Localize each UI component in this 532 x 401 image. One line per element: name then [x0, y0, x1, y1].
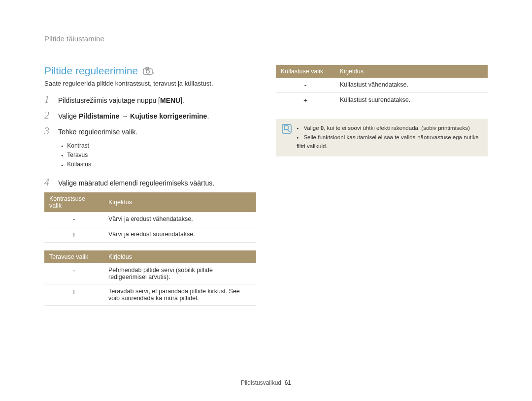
table-header-row: Teravuse valik Kirjeldus — [44, 250, 256, 263]
bullet-item: Teravus — [61, 151, 256, 160]
table-option: - — [276, 78, 335, 93]
note-item: Valige 0, kui te ei soovi ühtki efekti r… — [297, 124, 482, 132]
step-4: 4 Valige määratud elemendi reguleerimise… — [44, 177, 256, 188]
table-row: - Värvi ja eredust vähendatakse. — [44, 212, 256, 227]
table-option: + — [276, 93, 335, 108]
step-3: 3 Tehke reguleerimise valik. — [44, 125, 256, 137]
step-number: 2 — [44, 110, 52, 121]
table-row: + Värvi ja eredust suurendatakse. — [44, 227, 256, 242]
table-header-row: Küllastuse valik Kirjeldus — [276, 65, 488, 78]
option-bullets: Kontrast Teravus Küllastus — [61, 141, 256, 170]
table-header: Kirjeldus — [335, 65, 488, 78]
bullet-item: Kontrast — [61, 141, 256, 151]
svg-rect-1 — [146, 67, 149, 69]
table-row: - Pehmendab piltide servi (sobilik pilti… — [44, 263, 256, 284]
manual-page: Piltide täiustamine Piltide reguleerimin… — [0, 0, 532, 333]
table-header: Teravuse valik — [44, 250, 103, 263]
step-text: Tehke reguleerimise valik. — [58, 127, 137, 137]
footer-label: Pildistusvalikud — [241, 379, 281, 386]
step-number: 1 — [44, 94, 52, 105]
step-2: 2 Valige Pildistamine → Kujutise korrige… — [44, 110, 256, 122]
bullet-item: Küllastus — [61, 160, 256, 169]
step-text-fragment: Valige — [58, 112, 79, 120]
note-box: Valige 0, kui te ei soovi ühtki efekti r… — [276, 119, 488, 156]
svg-point-2 — [146, 70, 149, 73]
step-text-fragment: ]. — [180, 96, 184, 104]
table-desc: Teravdab servi, et parandada piltide kir… — [103, 284, 256, 305]
table-row: + Küllastust suurendatakse. — [276, 93, 488, 108]
contrast-table: Kontrastsuse valik Kirjeldus - Värvi ja … — [44, 192, 256, 243]
note-item: Selle funktsiooni kasutamisel ei saa te … — [297, 133, 482, 151]
section-title: Piltide reguleerimine P — [44, 65, 256, 77]
table-desc: Värvi ja eredust vähendatakse. — [103, 212, 256, 227]
step-text: Valige määratud elemendi reguleerimiseks… — [58, 178, 214, 188]
note-fragment: Selle funktsiooni kasutamisel ei saa te … — [297, 134, 479, 149]
step-text-fragment: Pildistusrežiimis vajutage nuppu [ — [58, 96, 160, 104]
intro-text: Saate reguleerida piltide kontrastsust, … — [44, 80, 256, 87]
saturation-table: Küllastuse valik Kirjeldus - Küllastust … — [276, 65, 488, 108]
table-desc: Küllastust suurendatakse. — [335, 93, 488, 108]
table-header-row: Kontrastsuse valik Kirjeldus — [44, 192, 256, 212]
table-header: Kontrastsuse valik — [44, 192, 103, 212]
content-columns: Piltide reguleerimine P Saate reguleerid… — [44, 65, 488, 313]
step-1: 1 Pildistusrežiimis vajutage nuppu [MENU… — [44, 94, 256, 106]
right-column: Küllastuse valik Kirjeldus - Küllastust … — [276, 65, 488, 313]
left-column: Piltide reguleerimine P Saate reguleerid… — [44, 65, 256, 313]
table-option: - — [44, 212, 103, 227]
table-header: Kirjeldus — [103, 250, 256, 263]
table-desc: Küllastust vähendatakse. — [335, 78, 488, 93]
table-option: - — [44, 263, 103, 284]
note-icon — [282, 124, 292, 152]
table-option: + — [44, 227, 103, 242]
page-number: 61 — [285, 379, 291, 386]
camera-mode-icon: P — [143, 67, 154, 75]
note-list: Valige 0, kui te ei soovi ühtki efekti r… — [297, 124, 482, 152]
section-title-text: Piltide reguleerimine — [44, 65, 138, 77]
step-text-fragment: . — [207, 112, 209, 120]
step-text: Pildistusrežiimis vajutage nuppu [MENU]. — [58, 95, 184, 106]
table-row: - Küllastust vähendatakse. — [276, 78, 488, 93]
table-row: + Teravdab servi, et parandada piltide k… — [44, 284, 256, 305]
table-header: Küllastuse valik — [276, 65, 335, 78]
table-header: Kirjeldus — [103, 192, 256, 212]
page-footer: Pildistusvalikud 61 — [0, 379, 532, 386]
table-desc: Pehmendab piltide servi (sobilik piltide… — [103, 263, 256, 284]
sharpness-table: Teravuse valik Kirjeldus - Pehmendab pil… — [44, 250, 256, 306]
note-fragment: , kui te ei soovi ühtki efekti rakendada… — [324, 125, 470, 131]
svg-rect-6 — [284, 126, 288, 130]
table-option: + — [44, 284, 103, 305]
table-desc: Värvi ja eredust suurendatakse. — [103, 227, 256, 242]
note-fragment: Valige — [303, 125, 320, 131]
svg-text:P: P — [153, 71, 154, 75]
step-text: Valige Pildistamine → Kujutise korrigeer… — [58, 111, 209, 122]
step-text-bold: Pildistamine → Kujutise korrigeerimine — [79, 112, 207, 120]
breadcrumb: Piltide täiustamine — [44, 34, 488, 45]
step-text-bold: MENU — [160, 96, 180, 104]
step-number: 4 — [44, 177, 52, 188]
step-number: 3 — [44, 125, 52, 137]
